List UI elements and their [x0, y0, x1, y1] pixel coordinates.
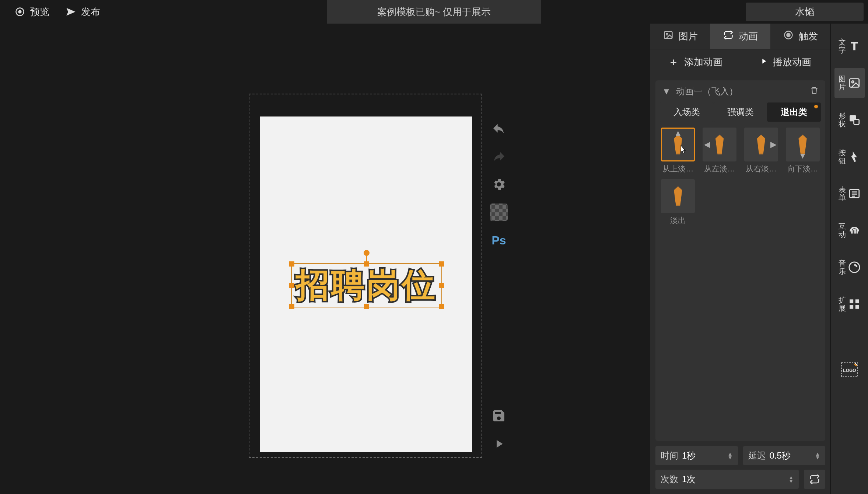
svg-rect-16: [855, 299, 859, 303]
tool-dock: 文字图片形状按钮表单互动音乐扩展LOGO: [830, 24, 868, 494]
plus-icon: ＋: [668, 55, 679, 70]
preview-play-button[interactable]: [490, 435, 508, 453]
preview-button[interactable]: 预览: [15, 6, 49, 18]
category-exit[interactable]: 退出类: [767, 102, 821, 122]
animation-name-label: 动画一（飞入）: [676, 86, 738, 97]
dock-item-logo[interactable]: LOGO: [834, 355, 865, 385]
dock-item-label: 表单: [839, 185, 846, 202]
delete-animation-button[interactable]: [810, 86, 819, 97]
dock-item-text[interactable]: 文字: [834, 31, 865, 61]
anim-preset-fade-right[interactable]: ▶从右淡…: [743, 128, 780, 174]
resize-handle-br[interactable]: [439, 304, 444, 309]
dock-item-label: 按钮: [839, 149, 846, 165]
page-title: 案例模板已购~ 仅用于展示: [327, 0, 541, 24]
tab-animation[interactable]: 动画: [710, 24, 770, 49]
settings-button[interactable]: [490, 175, 508, 193]
logo-icon: LOGO: [841, 363, 858, 376]
shape-icon: [848, 114, 861, 126]
svg-rect-2: [664, 32, 672, 39]
music-icon: [848, 261, 861, 274]
resize-handle-bl[interactable]: [289, 304, 294, 309]
button-icon: [848, 150, 861, 163]
fingerprint-icon: [848, 224, 861, 237]
save-button[interactable]: [490, 407, 508, 425]
add-animation-button[interactable]: ＋ 添加动画: [650, 49, 741, 75]
resize-handle-tr[interactable]: [439, 261, 444, 267]
tab-animation-label: 动画: [739, 30, 758, 43]
dock-item-extend[interactable]: 扩展: [834, 289, 865, 319]
preview-label: 预览: [30, 6, 49, 18]
publish-button[interactable]: 发布: [66, 6, 100, 18]
delay-down[interactable]: ▼: [815, 456, 820, 459]
anim-preset-fade-left[interactable]: ◀从左淡…: [701, 128, 738, 174]
resize-handle-ml[interactable]: [289, 283, 294, 288]
canvas-area[interactable]: 招聘岗位 Ps: [0, 24, 650, 494]
dock-item-music[interactable]: 音乐: [834, 252, 865, 282]
svg-rect-17: [850, 305, 853, 309]
svg-point-5: [787, 33, 790, 36]
svg-point-14: [849, 262, 859, 272]
rotation-handle[interactable]: [364, 250, 370, 256]
dock-item-button[interactable]: 按钮: [834, 142, 865, 172]
anim-preset-fade-up[interactable]: ▲从上淡…: [660, 128, 696, 174]
time-down[interactable]: ▼: [728, 456, 733, 459]
delay-value: 0.5秒: [770, 450, 791, 462]
resize-handle-mb[interactable]: [364, 304, 369, 309]
selected-element[interactable]: 招聘岗位: [291, 263, 442, 307]
animation-header[interactable]: ▼ 动画一（飞入）: [655, 80, 825, 102]
count-down[interactable]: ▼: [788, 479, 794, 483]
category-exit-indicator: [814, 105, 818, 108]
top-bar: 预览 发布 案例模板已购~ 仅用于展示 水韬: [0, 0, 868, 24]
delay-label: 延迟: [748, 450, 766, 462]
dock-item-image[interactable]: 图片: [834, 68, 865, 98]
tab-image-label: 图片: [679, 30, 698, 43]
dock-item-label: 扩展: [839, 296, 846, 312]
anim-preset-thumb: [661, 179, 695, 213]
text-icon: [848, 40, 861, 52]
delay-stepper[interactable]: 延迟 0.5秒 ▲▼: [743, 446, 826, 465]
anim-preset-label: 从右淡…: [744, 164, 778, 174]
resize-handle-tl[interactable]: [289, 261, 294, 267]
publish-label: 发布: [81, 6, 100, 18]
tab-image[interactable]: 图片: [650, 24, 710, 49]
tab-trigger-label: 触发: [799, 30, 818, 43]
image-icon: [663, 30, 673, 43]
time-label: 时间: [661, 450, 678, 462]
photoshop-button[interactable]: Ps: [490, 232, 508, 249]
dock-item-interactive[interactable]: 互动: [834, 215, 865, 246]
svg-rect-9: [854, 119, 859, 125]
anim-preset-fade-out[interactable]: 淡出: [660, 179, 696, 226]
dock-item-label: 形状: [839, 112, 846, 128]
anim-preset-label: 从左淡…: [702, 164, 737, 174]
count-stepper[interactable]: 次数 1次 ▲▼: [655, 470, 799, 489]
redo-button[interactable]: [490, 147, 508, 165]
category-entry[interactable]: 入场类: [660, 102, 714, 122]
eye-icon: [15, 7, 25, 17]
anim-preset-label: 从上淡…: [661, 164, 695, 174]
anim-preset-thumb: ◀: [703, 128, 736, 161]
svg-point-7: [851, 81, 854, 83]
category-emphasis[interactable]: 强调类: [714, 102, 767, 122]
anim-preset-label: 淡出: [661, 215, 695, 226]
user-menu[interactable]: 水韬: [746, 3, 864, 21]
svg-text:LOGO: LOGO: [843, 368, 856, 373]
anim-preset-thumb: ▲: [661, 128, 695, 161]
dock-item-label: 互动: [839, 222, 846, 239]
play-animation-button[interactable]: 播放动画: [741, 49, 831, 75]
loop-toggle[interactable]: [804, 470, 825, 489]
undo-button[interactable]: [490, 119, 508, 137]
cursor-icon: [678, 145, 688, 157]
svg-rect-18: [855, 305, 859, 309]
background-toggle[interactable]: [490, 203, 508, 221]
dock-item-shape[interactable]: 形状: [834, 105, 865, 135]
anim-preset-fade-down[interactable]: ▼向下淡…: [784, 128, 821, 174]
resize-handle-mr[interactable]: [439, 283, 444, 288]
tab-trigger[interactable]: 触发: [770, 24, 830, 49]
count-label: 次数: [661, 473, 678, 485]
anim-preset-thumb: ▼: [786, 128, 820, 161]
resize-handle-mt[interactable]: [364, 261, 369, 267]
anim-preset-label: 向下淡…: [785, 164, 820, 174]
inspector-panel: 图片 动画 触发 ＋ 添加动画 播放动画 ▼ 动画一（: [650, 24, 830, 494]
time-stepper[interactable]: 时间 1秒 ▲▼: [655, 446, 738, 465]
dock-item-form[interactable]: 表单: [834, 178, 865, 209]
